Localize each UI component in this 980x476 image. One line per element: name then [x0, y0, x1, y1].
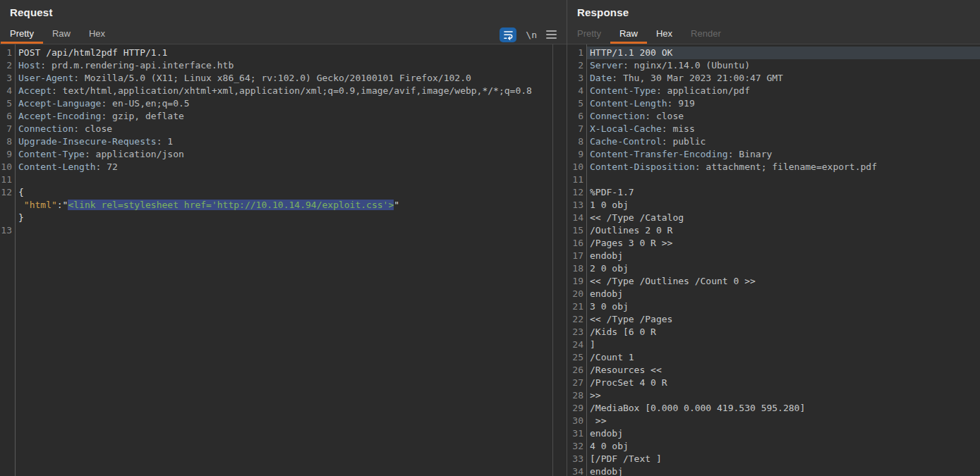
line-number: 33 — [567, 453, 586, 465]
line-number: 6 — [567, 110, 586, 123]
code-line: 324 0 obj — [567, 440, 980, 453]
line-number — [0, 212, 15, 224]
code-text: Date: Thu, 30 Mar 2023 21:00:47 GMT — [586, 72, 980, 85]
code-text: >> — [586, 415, 980, 427]
code-line: 9Content-Type: application/json — [0, 148, 552, 161]
code-line: 34endobj — [567, 465, 980, 476]
code-line: 4Content-Type: application/pdf — [567, 85, 980, 97]
request-editor-area: 1POST /api/html2pdf HTTP/1.12Host: prd.m… — [0, 44, 567, 476]
line-number: 22 — [567, 313, 586, 326]
code-text: Accept-Language: en-US,en;q=0.5 — [15, 97, 552, 110]
code-text — [586, 173, 980, 186]
line-number: 8 — [567, 135, 586, 148]
line-number: 26 — [567, 364, 586, 377]
code-line: 14<< /Type /Catalog — [567, 212, 980, 224]
code-line: 17endobj — [567, 250, 980, 262]
line-number: 20 — [567, 288, 586, 300]
response-tab-pretty: Pretty — [568, 25, 610, 44]
line-number: 11 — [567, 173, 586, 186]
selected-text: <link rel=stylesheet href='http://10.10.… — [68, 200, 394, 210]
code-text: endobj — [586, 427, 980, 440]
code-line: } — [0, 212, 552, 224]
word-wrap-toggle[interactable] — [500, 28, 516, 42]
code-text: 2 0 obj — [586, 262, 980, 275]
response-tab-render: Render — [682, 25, 730, 44]
line-number: 11 — [0, 173, 15, 186]
line-number: 21 — [567, 300, 586, 313]
response-tab-hex[interactable]: Hex — [647, 25, 682, 44]
code-line: 28>> — [567, 389, 980, 402]
code-text: Content-Transfer-Encoding: Binary — [586, 148, 980, 161]
line-number: 16 — [567, 237, 586, 250]
code-line: 1POST /api/html2pdf HTTP/1.1 — [0, 47, 552, 59]
code-line: 131 0 obj — [567, 199, 980, 212]
line-number: 13 — [0, 224, 15, 237]
code-line: 31endobj — [567, 427, 980, 440]
request-tab-hex[interactable]: Hex — [80, 25, 114, 44]
line-number: 12 — [0, 186, 15, 199]
code-line: 3User-Agent: Mozilla/5.0 (X11; Linux x86… — [0, 72, 552, 85]
editor-menu-button[interactable] — [546, 30, 557, 39]
line-number: 28 — [567, 389, 586, 402]
request-editor-tools: \n — [500, 25, 567, 44]
gutter-divider — [15, 44, 16, 476]
request-scrollbar-track[interactable] — [552, 44, 567, 476]
line-number: 6 — [0, 110, 15, 123]
word-wrap-icon — [503, 30, 514, 40]
code-line-current: 1HTTP/1.1 200 OK — [567, 47, 980, 59]
line-number: 9 — [567, 148, 586, 161]
code-line: 13 — [0, 224, 552, 237]
line-number: 31 — [567, 427, 586, 440]
code-line: 2Server: nginx/1.14.0 (Ubuntu) — [567, 59, 980, 72]
code-line: 2Host: prd.m.rendering-api.interface.htb — [0, 59, 552, 72]
line-number: 2 — [0, 59, 15, 72]
code-line: 16/Pages 3 0 R >> — [567, 237, 980, 250]
code-text: User-Agent: Mozilla/5.0 (X11; Linux x86_… — [15, 72, 552, 85]
code-text: POST /api/html2pdf HTTP/1.1 — [15, 47, 552, 59]
line-number: 5 — [0, 97, 15, 110]
line-number: 25 — [567, 351, 586, 364]
line-number: 2 — [567, 59, 586, 72]
code-text: Upgrade-Insecure-Requests: 1 — [15, 135, 552, 148]
line-number: 18 — [567, 262, 586, 275]
code-text: << /Type /Pages — [586, 313, 980, 326]
code-line: 29/MediaBox [0.000 0.000 419.530 595.280… — [567, 402, 980, 415]
code-text: Accept-Encoding: gzip, deflate — [15, 110, 552, 123]
code-text: 3 0 obj — [586, 300, 980, 313]
code-line: 5Accept-Language: en-US,en;q=0.5 — [0, 97, 552, 110]
line-number: 10 — [567, 161, 586, 173]
show-newlines-toggle[interactable]: \n — [526, 30, 537, 40]
code-text — [15, 224, 552, 237]
code-text: Cache-Control: public — [586, 135, 980, 148]
line-number: 24 — [567, 338, 586, 351]
code-line: 27/ProcSet 4 0 R — [567, 377, 980, 389]
request-panel-title: Request — [0, 0, 567, 25]
code-line: 182 0 obj — [567, 262, 980, 275]
code-text: Connection: close — [15, 123, 552, 135]
code-line: 15/Outlines 2 0 R — [567, 224, 980, 237]
line-number: 7 — [0, 123, 15, 135]
code-text: Content-Type: application/pdf — [586, 85, 980, 97]
code-text: Server: nginx/1.14.0 (Ubuntu) — [586, 59, 980, 72]
line-number: 5 — [567, 97, 586, 110]
code-line: 33[/PDF /Text ] — [567, 453, 980, 465]
code-line: 20endobj — [567, 288, 980, 300]
code-text: X-Local-Cache: miss — [586, 123, 980, 135]
code-text: 4 0 obj — [586, 440, 980, 453]
code-line: "html":"<link rel=stylesheet href='http:… — [0, 199, 552, 212]
line-number: 34 — [567, 465, 586, 476]
code-line: 3Date: Thu, 30 Mar 2023 21:00:47 GMT — [567, 72, 980, 85]
request-editor[interactable]: 1POST /api/html2pdf HTTP/1.12Host: prd.m… — [0, 44, 552, 476]
line-number: 29 — [567, 402, 586, 415]
request-tab-raw[interactable]: Raw — [43, 25, 80, 44]
response-editor[interactable]: 1HTTP/1.1 200 OK2Server: nginx/1.14.0 (U… — [567, 44, 980, 476]
line-number: 10 — [0, 161, 15, 173]
code-text: } — [15, 212, 552, 224]
code-line: 7Connection: close — [0, 123, 552, 135]
line-number: 3 — [0, 72, 15, 85]
line-number: 4 — [567, 85, 586, 97]
code-line: 6Connection: close — [567, 110, 980, 123]
line-number: 14 — [567, 212, 586, 224]
response-tab-raw[interactable]: Raw — [610, 25, 647, 44]
request-tab-pretty[interactable]: Pretty — [1, 25, 43, 44]
